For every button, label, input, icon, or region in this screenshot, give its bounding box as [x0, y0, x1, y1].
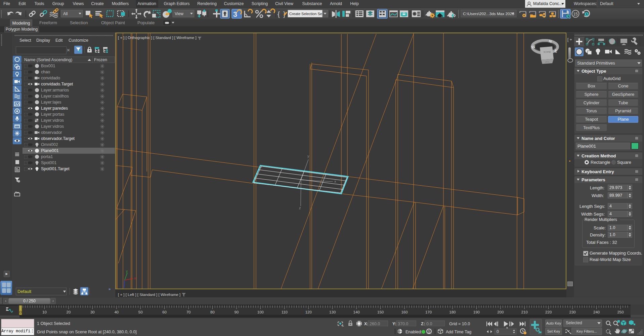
- svg-text:TOP: TOP: [545, 61, 549, 63]
- svg-text:200: 200: [497, 310, 504, 314]
- svg-text:120: 120: [305, 310, 312, 314]
- svg-text:y: y: [126, 269, 128, 273]
- svg-text:z: z: [299, 206, 301, 210]
- svg-text:40: 40: [114, 310, 119, 314]
- svg-text:60: 60: [162, 310, 167, 314]
- svg-text:150: 150: [377, 310, 384, 314]
- svg-text:50: 50: [138, 310, 143, 314]
- svg-text:170: 170: [425, 310, 432, 314]
- svg-text:100: 100: [257, 310, 264, 314]
- svg-text:1: 1: [428, 330, 430, 334]
- svg-text:10: 10: [42, 310, 47, 314]
- svg-text:240: 240: [593, 310, 600, 314]
- svg-text:220: 220: [545, 310, 552, 314]
- svg-text:140: 140: [353, 310, 360, 314]
- svg-text:80: 80: [210, 310, 215, 314]
- svg-text:Create Selection Se: Create Selection Se: [289, 12, 322, 16]
- svg-text:210: 210: [521, 310, 528, 314]
- svg-text:3: 3: [233, 10, 237, 18]
- svg-text:160: 160: [401, 310, 407, 314]
- svg-text:110: 110: [282, 310, 288, 314]
- svg-text:x: x: [134, 276, 136, 280]
- svg-text:BACK: BACK: [543, 50, 550, 53]
- svg-text:20: 20: [67, 310, 71, 314]
- svg-text:0: 0: [497, 329, 499, 334]
- svg-text:View: View: [175, 11, 183, 16]
- svg-text:250: 250: [617, 310, 624, 314]
- svg-text:180: 180: [449, 310, 456, 314]
- svg-text:30: 30: [90, 310, 95, 314]
- svg-text:15: 15: [573, 12, 578, 16]
- svg-text:{: {: [277, 10, 280, 18]
- svg-text:130: 130: [329, 310, 336, 314]
- svg-text:z: z: [122, 288, 124, 289]
- svg-text:190: 190: [473, 310, 480, 314]
- svg-text:C:\Users\202...3ds Max 2023: C:\Users\202...3ds Max 2023: [463, 11, 514, 16]
- svg-text:All: All: [63, 11, 68, 16]
- svg-text:0: 0: [19, 310, 22, 314]
- svg-text:230: 230: [569, 310, 576, 314]
- svg-text:90: 90: [234, 310, 239, 314]
- svg-text:y: y: [307, 154, 309, 158]
- svg-text:70: 70: [186, 310, 191, 314]
- svg-text:x: x: [334, 179, 336, 183]
